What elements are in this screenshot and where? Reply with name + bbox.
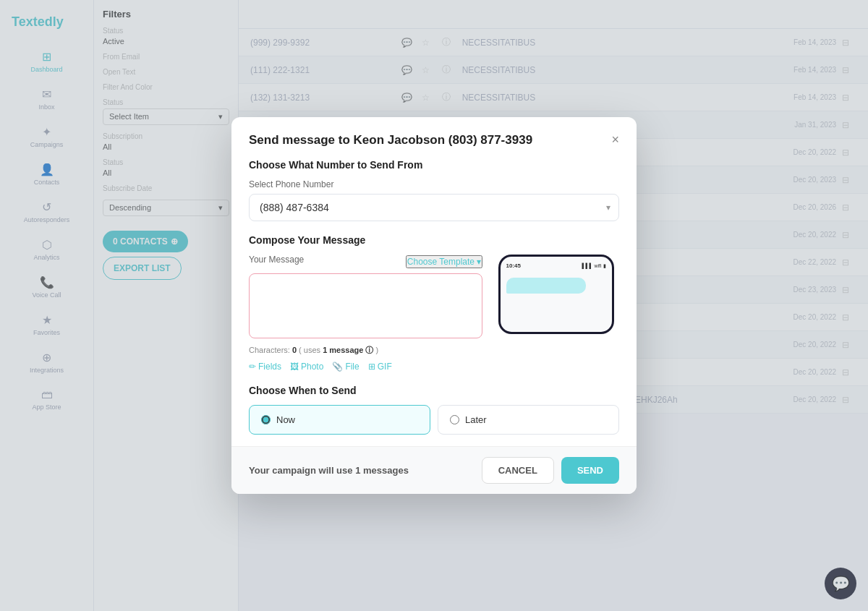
modal-body: Choose What Number to Send From Select P… [231,159,637,446]
compose-message-section: Compose Your Message Your Message Choose… [249,234,619,372]
attach-buttons: ✏ Fields 🖼 Photo 📎 File [249,362,482,372]
campaign-text-suffix: messages [363,465,409,476]
radio-now-label: Now [276,414,295,425]
radio-now-input[interactable] [261,415,271,424]
file-button[interactable]: 📎 File [332,362,359,372]
send-message-modal: Send message to Keon Jacobson (803) 877-… [231,117,637,494]
message-textarea[interactable] [249,273,482,338]
fields-button[interactable]: ✏ Fields [249,362,281,372]
wifi-icon: wifi [594,263,601,269]
photo-label: Photo [301,362,323,372]
footer-campaign-message: Your campaign will use 1 messages [249,465,409,476]
choose-template-label: Choose Template [407,257,475,267]
phone-body: 10:45 ▌▌▌ wifi ▮ [498,255,614,334]
phone-preview: 10:45 ▌▌▌ wifi ▮ [493,255,619,334]
campaign-messages-count: 1 [355,465,363,476]
message-label: Your Message [249,255,304,265]
battery-icon: ▮ [603,263,606,269]
message-left: Your Message Choose Template ▾ Character… [249,255,482,372]
file-label: File [345,362,359,372]
phone-time: 10:45 [506,262,521,269]
messages-count-inline: 1 message [323,346,363,354]
modal-footer: Your campaign will use 1 messages CANCEL… [231,446,637,494]
modal-header: Send message to Keon Jacobson (803) 877-… [231,117,637,159]
file-icon: 📎 [332,362,343,372]
choose-template-button[interactable]: Choose Template ▾ [406,255,482,268]
section1-heading: Choose What Number to Send From [249,159,619,171]
phone-field-label: Select Phone Number [249,179,619,189]
cancel-button[interactable]: CANCEL [482,457,554,484]
gif-button[interactable]: ⊞ GIF [368,362,392,372]
modal-close-button[interactable]: × [611,133,619,146]
modal-backdrop: Send message to Keon Jacobson (803) 877-… [0,0,868,611]
radio-now[interactable]: Now [249,405,430,435]
choose-when-section: Choose When to Send Now Later [249,385,619,435]
message-bubble [506,278,586,294]
section2-heading: Compose Your Message [249,234,619,246]
template-chevron-icon: ▾ [477,257,481,267]
fields-label: Fields [258,362,281,372]
campaign-text-prefix: Your campaign will use [249,465,353,476]
radio-later[interactable]: Later [438,405,619,435]
radio-later-input[interactable] [450,415,459,424]
phone-screen: 10:45 ▌▌▌ wifi ▮ [501,257,612,332]
modal-title: Send message to Keon Jacobson (803) 877-… [249,133,532,148]
phone-status-bar: 10:45 ▌▌▌ wifi ▮ [506,262,606,269]
photo-button[interactable]: 🖼 Photo [290,362,323,372]
phone-select[interactable]: (888) 487-6384 [249,194,619,221]
gif-icon: ⊞ [368,362,375,372]
phone-signal-icons: ▌▌▌ wifi ▮ [582,263,605,269]
char-count: Characters: 0 ( uses 1 message ⓘ ) [249,345,482,356]
message-header: Your Message Choose Template ▾ [249,255,482,269]
radio-later-label: Later [465,414,487,425]
char-count-value: 0 [292,346,297,354]
send-button[interactable]: SEND [561,457,619,484]
info-icon: ⓘ [365,346,373,354]
fields-icon: ✏ [249,362,256,372]
message-row: Your Message Choose Template ▾ Character… [249,255,619,372]
radio-options: Now Later [249,405,619,435]
choose-number-section: Choose What Number to Send From Select P… [249,159,619,221]
gif-label: GIF [378,362,392,372]
signal-icon: ▌▌▌ [582,263,592,269]
section3-heading: Choose When to Send [249,385,619,396]
footer-buttons: CANCEL SEND [482,457,619,484]
phone-select-wrapper: (888) 487-6384 ▾ [249,194,619,221]
photo-icon: 🖼 [290,362,299,372]
